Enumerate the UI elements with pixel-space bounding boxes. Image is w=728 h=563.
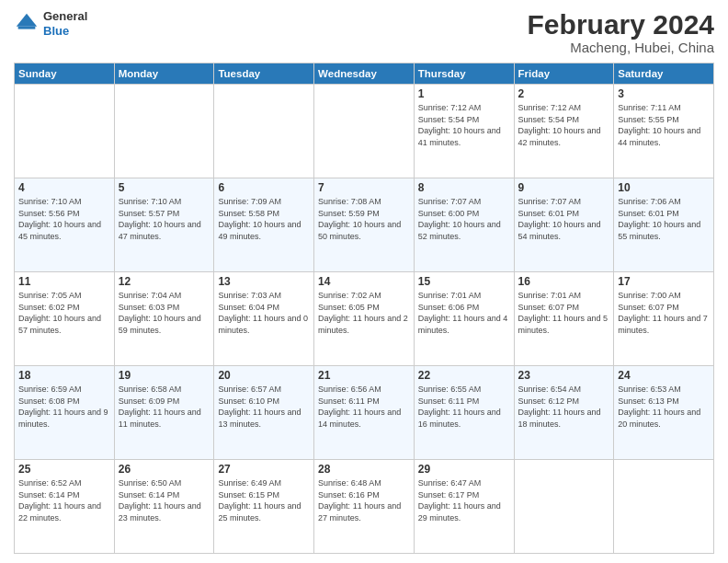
calendar-cell: 29Sunrise: 6:47 AMSunset: 6:17 PMDayligh… xyxy=(414,460,514,554)
day-info: Sunrise: 7:12 AMSunset: 5:54 PMDaylight:… xyxy=(518,102,610,148)
day-info: Sunrise: 7:10 AMSunset: 5:56 PMDaylight:… xyxy=(18,196,110,242)
calendar-cell: 22Sunrise: 6:55 AMSunset: 6:11 PMDayligh… xyxy=(414,366,514,460)
day-number: 22 xyxy=(418,369,510,382)
day-number: 17 xyxy=(618,275,710,288)
calendar-cell: 11Sunrise: 7:05 AMSunset: 6:02 PMDayligh… xyxy=(15,272,115,366)
calendar-cell: 27Sunrise: 6:49 AMSunset: 6:15 PMDayligh… xyxy=(214,460,314,554)
calendar-cell: 25Sunrise: 6:52 AMSunset: 6:14 PMDayligh… xyxy=(15,460,115,554)
day-number: 16 xyxy=(518,275,610,288)
day-info: Sunrise: 7:00 AMSunset: 6:07 PMDaylight:… xyxy=(618,290,710,336)
day-info: Sunrise: 7:11 AMSunset: 5:55 PMDaylight:… xyxy=(618,102,710,148)
calendar-cell: 12Sunrise: 7:04 AMSunset: 6:03 PMDayligh… xyxy=(114,272,214,366)
calendar-cell: 24Sunrise: 6:53 AMSunset: 6:13 PMDayligh… xyxy=(614,366,714,460)
calendar-cell: 20Sunrise: 6:57 AMSunset: 6:10 PMDayligh… xyxy=(214,366,314,460)
calendar-cell xyxy=(15,85,115,178)
day-number: 7 xyxy=(318,181,410,194)
day-info: Sunrise: 7:03 AMSunset: 6:04 PMDaylight:… xyxy=(218,290,310,336)
day-info: Sunrise: 6:56 AMSunset: 6:11 PMDaylight:… xyxy=(318,384,410,430)
weekday-header-wednesday: Wednesday xyxy=(314,63,415,85)
day-info: Sunrise: 7:10 AMSunset: 5:57 PMDaylight:… xyxy=(119,196,210,242)
day-number: 14 xyxy=(318,275,410,288)
day-info: Sunrise: 7:06 AMSunset: 6:01 PMDaylight:… xyxy=(618,196,710,242)
svg-rect-1 xyxy=(18,26,36,29)
day-number: 24 xyxy=(618,369,710,382)
day-number: 10 xyxy=(618,181,710,194)
weekday-header-monday: Monday xyxy=(114,63,214,85)
calendar-week-3: 18Sunrise: 6:59 AMSunset: 6:08 PMDayligh… xyxy=(15,366,714,460)
day-number: 15 xyxy=(418,275,510,288)
day-number: 21 xyxy=(318,369,410,382)
day-number: 1 xyxy=(418,87,510,100)
calendar-cell: 6Sunrise: 7:09 AMSunset: 5:58 PMDaylight… xyxy=(214,178,314,272)
weekday-header-saturday: Saturday xyxy=(614,63,714,85)
day-info: Sunrise: 6:57 AMSunset: 6:10 PMDaylight:… xyxy=(218,384,310,430)
logo: General Blue xyxy=(14,9,87,38)
day-number: 20 xyxy=(218,369,310,382)
day-info: Sunrise: 7:08 AMSunset: 5:59 PMDaylight:… xyxy=(318,196,410,242)
day-number: 13 xyxy=(218,275,310,288)
calendar-cell: 9Sunrise: 7:07 AMSunset: 6:01 PMDaylight… xyxy=(514,178,614,272)
day-info: Sunrise: 6:48 AMSunset: 6:16 PMDaylight:… xyxy=(318,477,410,523)
page: General Blue February 2024 Macheng, Hube… xyxy=(0,0,728,563)
day-info: Sunrise: 6:59 AMSunset: 6:08 PMDaylight:… xyxy=(18,384,110,430)
day-number: 26 xyxy=(119,463,210,476)
calendar-cell: 1Sunrise: 7:12 AMSunset: 5:54 PMDaylight… xyxy=(414,85,514,178)
logo-general: General xyxy=(43,9,87,24)
day-number: 3 xyxy=(618,87,710,100)
day-number: 6 xyxy=(218,181,310,194)
calendar-cell: 23Sunrise: 6:54 AMSunset: 6:12 PMDayligh… xyxy=(514,366,614,460)
title-block: February 2024 Macheng, Hubei, China xyxy=(528,9,714,55)
day-number: 25 xyxy=(18,463,110,476)
calendar-cell: 28Sunrise: 6:48 AMSunset: 6:16 PMDayligh… xyxy=(314,460,415,554)
weekday-header-thursday: Thursday xyxy=(414,63,514,85)
weekday-header-sunday: Sunday xyxy=(15,63,115,85)
day-number: 12 xyxy=(119,275,210,288)
day-info: Sunrise: 6:50 AMSunset: 6:14 PMDaylight:… xyxy=(119,477,210,523)
day-info: Sunrise: 7:07 AMSunset: 6:00 PMDaylight:… xyxy=(418,196,510,242)
day-info: Sunrise: 6:54 AMSunset: 6:12 PMDaylight:… xyxy=(518,384,610,430)
weekday-header-tuesday: Tuesday xyxy=(214,63,314,85)
day-info: Sunrise: 6:58 AMSunset: 6:09 PMDaylight:… xyxy=(119,384,210,430)
day-number: 28 xyxy=(318,463,410,476)
day-number: 11 xyxy=(18,275,110,288)
calendar-cell xyxy=(514,460,614,554)
weekday-header-row: SundayMondayTuesdayWednesdayThursdayFrid… xyxy=(15,63,714,85)
logo-blue: Blue xyxy=(43,24,87,39)
day-info: Sunrise: 7:07 AMSunset: 6:01 PMDaylight:… xyxy=(518,196,610,242)
day-info: Sunrise: 7:01 AMSunset: 6:07 PMDaylight:… xyxy=(518,290,610,336)
day-info: Sunrise: 7:12 AMSunset: 5:54 PMDaylight:… xyxy=(418,102,510,148)
day-info: Sunrise: 6:55 AMSunset: 6:11 PMDaylight:… xyxy=(418,384,510,430)
day-number: 18 xyxy=(18,369,110,382)
calendar-cell: 10Sunrise: 7:06 AMSunset: 6:01 PMDayligh… xyxy=(614,178,714,272)
calendar-cell: 4Sunrise: 7:10 AMSunset: 5:56 PMDaylight… xyxy=(15,178,115,272)
calendar-week-4: 25Sunrise: 6:52 AMSunset: 6:14 PMDayligh… xyxy=(15,460,714,554)
calendar-week-2: 11Sunrise: 7:05 AMSunset: 6:02 PMDayligh… xyxy=(15,272,714,366)
calendar-cell: 14Sunrise: 7:02 AMSunset: 6:05 PMDayligh… xyxy=(314,272,415,366)
calendar-location: Macheng, Hubei, China xyxy=(528,40,714,55)
day-info: Sunrise: 6:49 AMSunset: 6:15 PMDaylight:… xyxy=(218,477,310,523)
calendar-cell: 16Sunrise: 7:01 AMSunset: 6:07 PMDayligh… xyxy=(514,272,614,366)
calendar-cell xyxy=(114,85,214,178)
day-number: 29 xyxy=(418,463,510,476)
day-number: 8 xyxy=(418,181,510,194)
day-info: Sunrise: 6:52 AMSunset: 6:14 PMDaylight:… xyxy=(18,477,110,523)
calendar-cell xyxy=(314,85,415,178)
calendar-cell xyxy=(614,460,714,554)
calendar-week-0: 1Sunrise: 7:12 AMSunset: 5:54 PMDaylight… xyxy=(15,85,714,178)
calendar-cell: 5Sunrise: 7:10 AMSunset: 5:57 PMDaylight… xyxy=(114,178,214,272)
calendar-cell: 21Sunrise: 6:56 AMSunset: 6:11 PMDayligh… xyxy=(314,366,415,460)
day-info: Sunrise: 7:05 AMSunset: 6:02 PMDaylight:… xyxy=(18,290,110,336)
weekday-header-friday: Friday xyxy=(514,63,614,85)
calendar-cell xyxy=(214,85,314,178)
day-info: Sunrise: 7:02 AMSunset: 6:05 PMDaylight:… xyxy=(318,290,410,336)
calendar-cell: 17Sunrise: 7:00 AMSunset: 6:07 PMDayligh… xyxy=(614,272,714,366)
calendar-cell: 19Sunrise: 6:58 AMSunset: 6:09 PMDayligh… xyxy=(114,366,214,460)
svg-marker-0 xyxy=(17,13,37,26)
day-number: 27 xyxy=(218,463,310,476)
day-number: 9 xyxy=(518,181,610,194)
day-number: 23 xyxy=(518,369,610,382)
calendar-cell: 3Sunrise: 7:11 AMSunset: 5:55 PMDaylight… xyxy=(614,85,714,178)
day-number: 4 xyxy=(18,181,110,194)
calendar-cell: 13Sunrise: 7:03 AMSunset: 6:04 PMDayligh… xyxy=(214,272,314,366)
day-number: 2 xyxy=(518,87,610,100)
